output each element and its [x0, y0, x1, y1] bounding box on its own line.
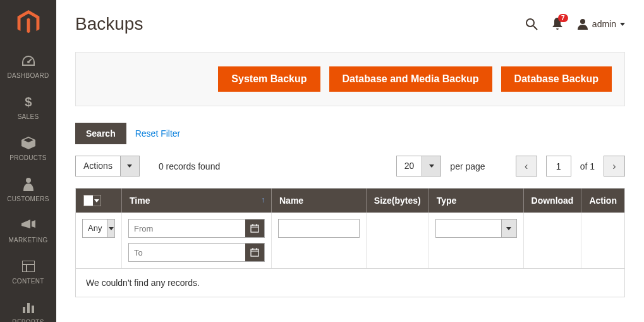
filter-time-from[interactable]: [128, 219, 265, 238]
gauge-icon: [21, 52, 36, 70]
grid-toolbar-paging: Actions 0 records found 20 per page ‹ of…: [75, 156, 625, 176]
next-page-button[interactable]: ›: [604, 156, 625, 176]
search-icon: [525, 18, 538, 30]
admin-sidebar: DASHBOARD $ SALES PRODUCTS CUSTOMERS MAR…: [0, 0, 56, 322]
sort-asc-icon: ↑: [261, 195, 265, 204]
current-page-input[interactable]: [546, 156, 571, 176]
filter-any-select[interactable]: Any: [82, 219, 115, 238]
svg-text:$: $: [25, 95, 32, 109]
select-all-checkbox[interactable]: [83, 195, 101, 206]
chevron-right-icon: ›: [612, 161, 616, 172]
calendar-button[interactable]: [245, 244, 264, 261]
notifications-button[interactable]: 7: [552, 18, 563, 30]
records-found-text: 0 records found: [159, 161, 220, 171]
admin-user-label: admin: [592, 19, 616, 29]
filter-time-from-input[interactable]: [129, 220, 245, 237]
column-header-type[interactable]: Type: [428, 189, 523, 213]
caret-down-icon: [620, 23, 625, 26]
page-header: Backups 7 admin: [75, 0, 625, 52]
grid-toolbar-search: Search Reset Filter: [75, 123, 625, 144]
sidebar-item-label: CUSTOMERS: [7, 195, 49, 202]
layout-icon: [22, 257, 35, 275]
filter-time-to[interactable]: [128, 243, 265, 262]
mass-actions-label: Actions: [76, 156, 120, 176]
filter-name-input[interactable]: [278, 219, 360, 238]
calendar-icon: [250, 224, 259, 233]
svg-line-11: [533, 26, 537, 30]
svg-point-12: [580, 19, 585, 24]
grid-filter-row: Any: [76, 213, 624, 269]
svg-line-1: [28, 59, 32, 62]
sidebar-item-content[interactable]: CONTENT: [0, 251, 56, 292]
column-header-name[interactable]: Name: [272, 189, 367, 213]
caret-down-icon: [107, 220, 114, 237]
column-header-checkbox[interactable]: [76, 189, 122, 213]
magento-logo-icon: [17, 10, 40, 35]
total-pages-text: of 1: [580, 161, 595, 171]
dollar-icon: $: [24, 93, 33, 111]
mass-actions-select[interactable]: Actions: [75, 156, 140, 176]
svg-point-3: [26, 178, 31, 183]
sidebar-item-sales[interactable]: $ SALES: [0, 87, 56, 128]
sidebar-item-customers[interactable]: CUSTOMERS: [0, 169, 56, 210]
sidebar-item-label: REPORTS: [12, 319, 44, 322]
main-content: Backups 7 admin System Backup Database a…: [56, 0, 644, 322]
page-size-select[interactable]: 20: [396, 156, 442, 176]
svg-point-10: [526, 19, 534, 27]
search-button[interactable]: Search: [75, 123, 126, 144]
sidebar-item-label: DASHBOARD: [7, 72, 49, 79]
caret-down-icon: [501, 220, 516, 237]
db-media-backup-button[interactable]: Database and Media Backup: [329, 66, 492, 92]
reset-filter-link[interactable]: Reset Filter: [135, 128, 181, 139]
notification-badge: 7: [558, 14, 568, 22]
bars-icon: [22, 299, 35, 316]
column-header-download: Download: [523, 189, 581, 213]
db-backup-button[interactable]: Database Backup: [501, 66, 612, 92]
user-icon: [577, 18, 588, 30]
sidebar-item-label: SALES: [18, 113, 39, 120]
caret-down-icon: [94, 199, 99, 202]
magento-logo[interactable]: [0, 0, 56, 46]
backups-grid: Time ↑ Name Size(bytes) Type Download Ac…: [75, 188, 625, 297]
column-header-time[interactable]: Time ↑: [122, 189, 272, 213]
caret-down-icon: [120, 156, 139, 176]
chevron-left-icon: ‹: [525, 161, 528, 172]
box-icon: [21, 134, 35, 152]
system-backup-button[interactable]: System Backup: [218, 66, 320, 92]
sidebar-item-marketing[interactable]: MARKETING: [0, 210, 56, 251]
calendar-icon: [250, 248, 259, 257]
caret-down-icon: [422, 156, 440, 176]
sidebar-item-dashboard[interactable]: DASHBOARD: [0, 46, 56, 87]
filter-type-select[interactable]: [435, 219, 517, 238]
sidebar-item-products[interactable]: PRODUCTS: [0, 128, 56, 169]
prev-page-button[interactable]: ‹: [516, 156, 537, 176]
page-size-value: 20: [397, 156, 422, 176]
calendar-button[interactable]: [245, 220, 264, 237]
grid-header-row: Time ↑ Name Size(bytes) Type Download Ac…: [76, 189, 624, 213]
admin-user-menu[interactable]: admin: [577, 18, 625, 30]
filter-time-to-input[interactable]: [129, 244, 245, 261]
page-title: Backups: [75, 14, 143, 34]
backup-action-bar: System Backup Database and Media Backup …: [75, 52, 625, 106]
svg-rect-7: [23, 307, 25, 313]
sidebar-item-label: PRODUCTS: [9, 154, 47, 161]
svg-rect-13: [251, 225, 258, 232]
megaphone-icon: [21, 216, 35, 234]
per-page-label: per page: [450, 161, 485, 171]
column-header-action: Action: [581, 189, 624, 213]
person-icon: [23, 175, 33, 193]
sidebar-item-reports[interactable]: REPORTS: [0, 292, 56, 322]
svg-rect-17: [251, 249, 258, 256]
empty-message: We couldn't find any records.: [76, 269, 624, 297]
grid-empty-row: We couldn't find any records.: [76, 269, 624, 297]
header-actions: 7 admin: [525, 18, 625, 30]
svg-rect-9: [32, 306, 34, 313]
search-button[interactable]: [525, 18, 538, 30]
svg-rect-4: [22, 261, 35, 272]
sidebar-item-label: CONTENT: [12, 278, 44, 285]
svg-rect-8: [27, 303, 30, 313]
sidebar-item-label: MARKETING: [8, 237, 47, 244]
column-header-size[interactable]: Size(bytes): [366, 189, 428, 213]
